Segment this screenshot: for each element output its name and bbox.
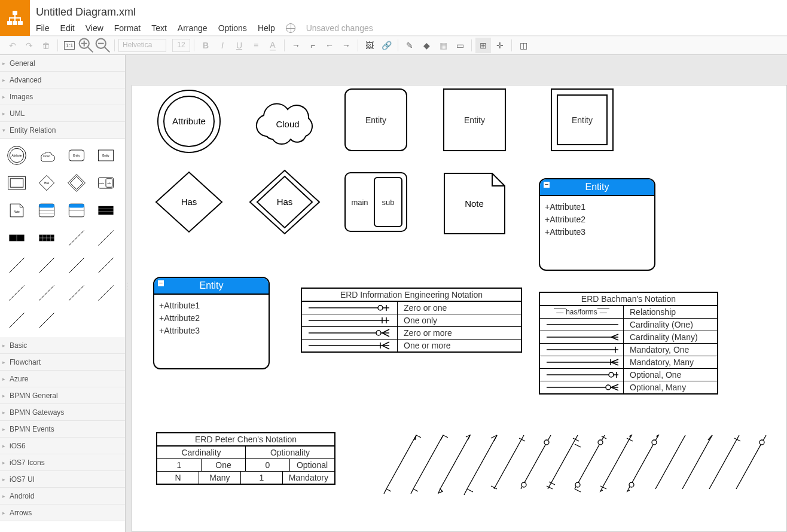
palette-has-double-diamond[interactable] — [65, 171, 89, 195]
palette-ie-table[interactable] — [94, 198, 118, 222]
language-icon[interactable] — [286, 23, 295, 33]
shape-entity-square[interactable]: Entity — [443, 88, 506, 151]
line-end-button[interactable]: → — [338, 38, 354, 53]
fill-color-button[interactable]: ◆ — [419, 38, 434, 53]
font-color-button[interactable]: A — [265, 38, 280, 53]
shape-note[interactable]: Note — [443, 172, 506, 237]
category-entity-relation[interactable]: Entity Relation — [0, 122, 125, 139]
category-bpmn-general[interactable]: BPMN General — [0, 387, 125, 404]
palette-line-2[interactable] — [94, 226, 118, 250]
palette-line-10[interactable] — [94, 281, 118, 305]
palette-line-1[interactable] — [65, 226, 89, 250]
menu-text[interactable]: Text — [151, 23, 167, 33]
menu-options[interactable]: Options — [218, 23, 247, 33]
connection-button[interactable]: → — [288, 38, 304, 53]
connector-lines-group[interactable] — [380, 429, 775, 497]
category-ios7-icons[interactable]: iOS7 Icons — [0, 454, 125, 471]
category-android[interactable]: Android — [0, 488, 125, 505]
shape-ie-notation[interactable]: ERD Information Engineering Notation Zer… — [301, 288, 522, 353]
category-ios6[interactable]: iOS6 — [0, 438, 125, 454]
image-button[interactable]: 🖼 — [362, 38, 377, 53]
underline-button[interactable]: U — [231, 38, 247, 53]
palette-line-11[interactable] — [5, 308, 29, 332]
palette-has-diamond[interactable]: Has — [35, 171, 59, 195]
category-ios7-ui[interactable]: iOS7 UI — [0, 471, 125, 488]
svg-text:Note: Note — [14, 210, 20, 213]
drawing-surface[interactable]: Attribute Cloud Entity Entity Entity Has… — [132, 85, 787, 532]
category-flowchart[interactable]: Flowchart — [0, 354, 125, 371]
redo-button[interactable]: ↷ — [22, 38, 37, 53]
shape-button[interactable]: ▭ — [452, 38, 468, 53]
font-size-input[interactable]: 12 — [172, 39, 190, 52]
line-color-button[interactable]: ✎ — [402, 38, 417, 53]
italic-button[interactable]: I — [215, 38, 230, 53]
shape-entity-table-2[interactable]: Entity +Attribute1+Attribute2+Attribute3 — [153, 277, 270, 369]
palette-chen-table[interactable] — [35, 226, 59, 250]
canvas-area[interactable]: ··· Attribute Cloud Entity Entity Entity… — [126, 55, 787, 532]
link-button[interactable]: 🔗 — [379, 38, 394, 53]
palette-line-4[interactable] — [35, 253, 59, 277]
palette-entity-square[interactable]: Entity — [94, 143, 118, 167]
menu-format[interactable]: Format — [114, 23, 141, 33]
shape-mainsub[interactable]: main sub — [344, 172, 407, 232]
sidebar-resize-handle[interactable]: ··· — [126, 282, 129, 305]
shape-entity-double[interactable]: Entity — [551, 88, 614, 151]
shape-entity-rounded[interactable]: Entity — [344, 88, 407, 151]
palette-line-5[interactable] — [65, 253, 89, 277]
svg-point-122 — [575, 482, 580, 487]
palette-entity-table-1[interactable] — [35, 198, 59, 222]
palette-entity-table-2[interactable] — [65, 198, 89, 222]
shape-has-double-diamond[interactable]: Has — [249, 169, 321, 237]
waypoint-button[interactable]: ⌐ — [305, 38, 321, 53]
menu-arrange[interactable]: Arrange — [178, 23, 208, 33]
palette-entity-double[interactable] — [5, 171, 29, 195]
palette-entity-rounded[interactable]: Entity — [65, 143, 89, 167]
category-general[interactable]: General — [0, 55, 125, 72]
menu-help[interactable]: Help — [258, 23, 275, 33]
palette-attribute[interactable]: Attribute — [5, 143, 29, 167]
palette-line-9[interactable] — [65, 281, 89, 305]
grid-button[interactable]: ⊞ — [475, 38, 491, 53]
undo-button[interactable]: ↶ — [5, 38, 20, 53]
category-bpmn-gateways[interactable]: BPMN Gateways — [0, 404, 125, 421]
app-logo[interactable] — [0, 0, 30, 36]
shape-has-diamond[interactable]: Has — [153, 169, 225, 237]
category-images[interactable]: Images — [0, 88, 125, 105]
zoom-in-button[interactable] — [78, 38, 94, 53]
category-basic[interactable]: Basic — [0, 337, 125, 354]
shape-bachman-notation[interactable]: ERD Bachman's Notation —has/forms—Relati… — [539, 292, 718, 395]
shape-entity-table-1[interactable]: Entity +Attribute1+Attribute2+Attribute3 — [539, 178, 655, 271]
shape-cloud[interactable]: Cloud — [249, 94, 327, 156]
category-azure[interactable]: Azure — [0, 371, 125, 387]
align-button[interactable]: ≡ — [248, 38, 264, 53]
svg-line-97 — [467, 435, 497, 489]
palette-cloud[interactable]: Cloud — [35, 143, 59, 167]
category-advanced[interactable]: Advanced — [0, 72, 125, 88]
zoom-out-button[interactable] — [95, 38, 111, 53]
category-bpmn-events[interactable]: BPMN Events — [0, 421, 125, 438]
palette-line-7[interactable] — [5, 281, 29, 305]
shape-chen-notation[interactable]: ERD Peter Chen's Notation CardinalityOpt… — [156, 432, 335, 485]
font-family-select[interactable]: Helvetica — [118, 39, 166, 52]
line-start-button[interactable]: ← — [322, 38, 337, 53]
bold-button[interactable]: B — [198, 38, 213, 53]
palette-line-8[interactable] — [35, 281, 59, 305]
menu-edit[interactable]: Edit — [60, 23, 75, 33]
palette-line-3[interactable] — [5, 253, 29, 277]
shape-attribute[interactable]: Attribute — [156, 88, 222, 156]
delete-button[interactable]: 🗑 — [38, 38, 54, 53]
outline-button[interactable]: ◫ — [515, 38, 531, 53]
palette-line-12[interactable] — [35, 308, 59, 332]
document-title[interactable]: Untitled Diagram.xml — [36, 2, 787, 19]
shadow-button[interactable]: ▦ — [435, 38, 451, 53]
category-uml[interactable]: UML — [0, 105, 125, 122]
palette-bach-table[interactable] — [5, 226, 29, 250]
category-arrows[interactable]: Arrows — [0, 505, 125, 521]
menu-file[interactable]: File — [36, 23, 50, 33]
palette-mainsub[interactable]: mainsub — [94, 171, 118, 195]
guides-button[interactable]: ✛ — [492, 38, 508, 53]
menu-view[interactable]: View — [86, 23, 103, 33]
palette-line-6[interactable] — [94, 253, 118, 277]
zoom-reset-button[interactable]: 1:1 — [62, 38, 77, 53]
palette-note[interactable]: Note — [5, 198, 29, 222]
